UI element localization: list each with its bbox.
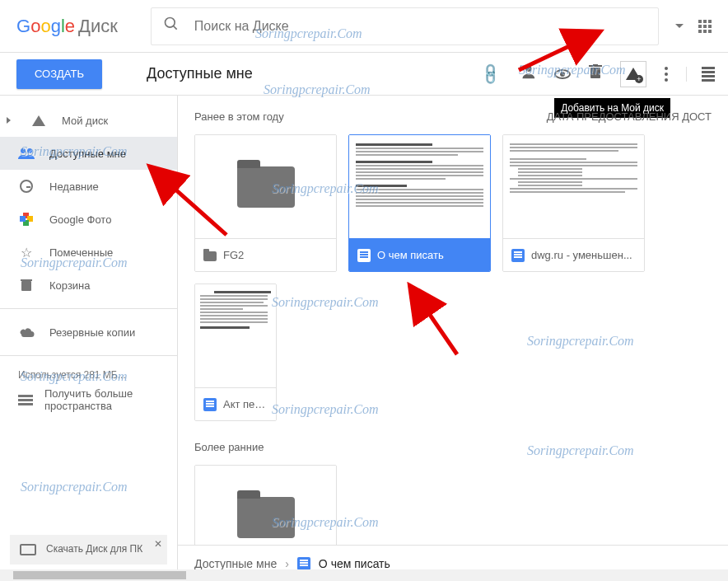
- svg-point-2: [525, 66, 531, 72]
- svg-rect-6: [593, 64, 598, 66]
- main-content: Ранее в этом году ДАТА ПРЕДОСТАВЛЕНИЯ ДО…: [178, 96, 728, 581]
- sidebar-item-recent[interactable]: Недавние: [0, 170, 177, 203]
- sidebar-label: Недавние: [49, 180, 99, 193]
- breadcrumb-root[interactable]: Доступные мне: [194, 557, 277, 570]
- expand-icon[interactable]: [7, 117, 11, 124]
- svg-point-7: [21, 148, 26, 153]
- file-item[interactable]: Акт перер: [194, 283, 277, 421]
- trash-icon[interactable]: [589, 64, 602, 83]
- scrollbar[interactable]: [0, 569, 728, 581]
- file-name: FG2: [223, 249, 244, 261]
- file-name: О чем писать: [377, 249, 444, 261]
- svg-rect-10: [21, 279, 32, 281]
- sidebar-item-backups[interactable]: Резервные копии: [0, 316, 177, 349]
- folder-icon: [203, 251, 217, 261]
- search-bar[interactable]: [151, 7, 659, 45]
- column-date: ДАТА ПРЕДОСТАВЛЕНИЯ ДОСТ: [547, 110, 712, 123]
- svg-point-8: [27, 148, 32, 153]
- doc-icon: [203, 398, 217, 411]
- storage-cta[interactable]: Получить больше пространства: [44, 387, 159, 412]
- search-icon: [163, 16, 180, 36]
- create-button[interactable]: СОЗДАТЬ: [16, 59, 102, 89]
- people-icon: [18, 148, 35, 159]
- more-actions-icon[interactable]: [665, 67, 668, 82]
- account-dropdown-icon[interactable]: [675, 24, 684, 28]
- add-to-my-drive-button[interactable]: +: [620, 61, 646, 87]
- sidebar: Мой диск Доступные мне Недавние Google Ф…: [0, 96, 178, 581]
- monitor-icon: [20, 544, 36, 555]
- sidebar-label: Мой диск: [62, 115, 108, 127]
- doc-icon: [511, 249, 525, 262]
- product-name: Диск: [78, 16, 118, 37]
- svg-point-0: [165, 18, 175, 28]
- breadcrumb-current: О чем писать: [319, 557, 390, 570]
- sidebar-item-trash[interactable]: Корзина: [0, 269, 177, 302]
- get-link-icon[interactable]: 🔗: [478, 61, 503, 87]
- sidebar-label: Google Фото: [49, 213, 111, 226]
- file-name: dwg.ru - уменьшен...: [531, 249, 632, 261]
- svg-rect-4: [590, 68, 600, 78]
- cloud-icon: [18, 326, 35, 338]
- file-name: Акт перер: [223, 398, 268, 410]
- storage-icon: [18, 395, 33, 405]
- sidebar-item-starred[interactable]: ☆ Помеченные: [0, 236, 177, 269]
- sidebar-item-shared[interactable]: Доступные мне: [0, 137, 177, 170]
- sidebar-label: Помеченные: [49, 246, 113, 259]
- clock-icon: [18, 180, 35, 193]
- section-header: Ранее в этом году: [194, 110, 284, 123]
- chevron-right-icon: ›: [285, 557, 289, 570]
- storage-used: Используется 281 МБ...: [18, 369, 159, 381]
- file-item[interactable]: FG2: [194, 134, 337, 272]
- list-view-icon[interactable]: [686, 67, 715, 82]
- apps-icon[interactable]: [698, 20, 712, 33]
- sidebar-label: Корзина: [49, 279, 91, 292]
- promo-text: Скачать Диск для ПК: [46, 543, 142, 556]
- sidebar-label: Резервные копии: [49, 326, 135, 339]
- sidebar-item-photos[interactable]: Google Фото: [0, 203, 177, 236]
- doc-icon: [357, 249, 371, 262]
- sidebar-label: Доступные мне: [49, 148, 126, 160]
- sidebar-item-mydrive[interactable]: Мой диск: [0, 104, 177, 137]
- download-promo[interactable]: ✕ Скачать Диск для ПК: [10, 535, 167, 565]
- folder-thumb-icon: [237, 166, 295, 208]
- preview-icon[interactable]: [554, 69, 571, 79]
- star-icon: ☆: [18, 245, 35, 260]
- trash-nav-icon: [18, 279, 35, 292]
- photos-icon: [18, 213, 35, 226]
- folder-thumb-icon: [237, 497, 295, 538]
- svg-rect-9: [21, 281, 31, 291]
- logo[interactable]: Google Диск: [16, 16, 118, 37]
- section-header: Более ранние: [178, 429, 728, 457]
- page-title: Доступные мне: [147, 65, 253, 82]
- search-input[interactable]: [194, 19, 646, 34]
- file-item[interactable]: О чем писать: [348, 134, 491, 272]
- close-icon[interactable]: ✕: [154, 538, 162, 551]
- svg-line-1: [173, 26, 176, 30]
- doc-icon: [297, 557, 310, 570]
- drive-icon: [30, 115, 47, 126]
- file-item[interactable]: dwg.ru - уменьшен...: [502, 134, 645, 272]
- svg-text:+: +: [518, 64, 523, 73]
- share-icon[interactable]: +: [518, 64, 536, 83]
